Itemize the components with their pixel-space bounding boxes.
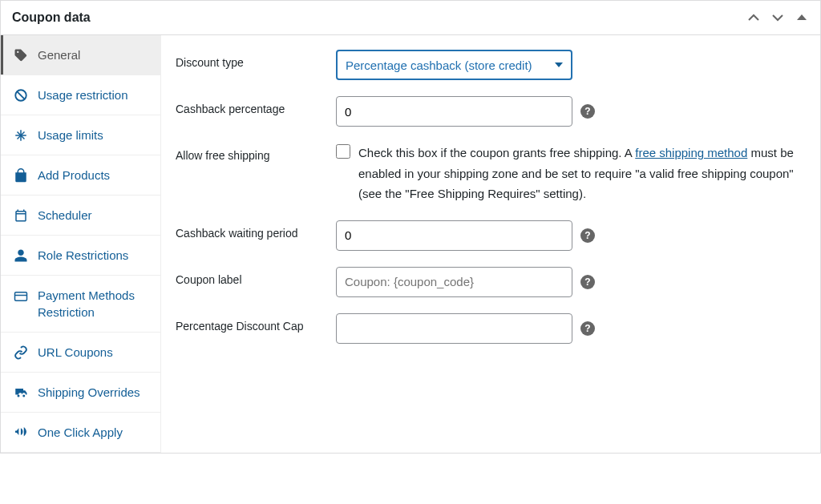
card-icon bbox=[14, 289, 28, 304]
sidebar-item-label: Usage restriction bbox=[38, 87, 128, 103]
sidebar-item-usage-limits[interactable]: Usage limits bbox=[1, 115, 160, 155]
sidebar-item-label: Scheduler bbox=[38, 207, 92, 224]
sidebar-item-payment-methods[interactable]: Payment Methods Restriction bbox=[1, 276, 160, 333]
tag-icon bbox=[14, 48, 28, 62]
sidebar-item-url-coupons[interactable]: URL Coupons bbox=[1, 333, 160, 373]
panel-header: Coupon data bbox=[1, 1, 820, 35]
help-icon[interactable]: ? bbox=[580, 321, 595, 336]
megaphone-icon bbox=[14, 425, 28, 440]
bag-icon bbox=[14, 168, 28, 183]
calendar-icon bbox=[14, 208, 28, 223]
allow-free-shipping-desc: Check this box if the coupon grants free… bbox=[358, 143, 806, 204]
panel-controls bbox=[746, 10, 809, 25]
sidebar-item-label: General bbox=[38, 46, 80, 63]
truck-icon bbox=[14, 386, 28, 401]
ban-icon bbox=[14, 88, 28, 103]
sidebar-item-label: Usage limits bbox=[38, 127, 103, 143]
allow-free-shipping-checkbox[interactable] bbox=[336, 144, 350, 159]
svg-line-1 bbox=[17, 91, 25, 99]
move-up-icon[interactable] bbox=[746, 10, 761, 25]
discount-type-label: Discount type bbox=[176, 50, 328, 69]
sidebar-item-shipping-overrides[interactable]: Shipping Overrides bbox=[1, 373, 160, 413]
sidebar-item-usage-restriction[interactable]: Usage restriction bbox=[1, 75, 160, 115]
allow-free-shipping-label: Allow free shipping bbox=[176, 143, 328, 162]
row-coupon-label: Coupon label ? bbox=[176, 267, 806, 297]
sidebar-item-scheduler[interactable]: Scheduler bbox=[1, 196, 160, 236]
coupon-label-input[interactable] bbox=[336, 267, 572, 297]
discount-cap-input[interactable] bbox=[336, 313, 572, 344]
sidebar-item-role-restrictions[interactable]: Role Restrictions bbox=[1, 236, 160, 276]
cashback-waiting-label: Cashback waiting period bbox=[176, 220, 328, 240]
help-icon[interactable]: ? bbox=[580, 275, 595, 289]
link-icon bbox=[14, 345, 28, 360]
user-icon bbox=[14, 248, 28, 263]
help-icon[interactable]: ? bbox=[580, 228, 595, 243]
form-area: Discount type Percentage cashback (store… bbox=[161, 35, 820, 453]
limits-icon bbox=[14, 128, 28, 143]
help-icon[interactable]: ? bbox=[580, 104, 595, 119]
cashback-waiting-input[interactable] bbox=[336, 220, 572, 251]
free-shipping-method-link[interactable]: free shipping method bbox=[635, 146, 747, 159]
row-cashback-percentage: Cashback percentage ? bbox=[176, 96, 806, 127]
coupon-label-label: Coupon label bbox=[176, 267, 328, 286]
sidebar-item-add-products[interactable]: Add Products bbox=[1, 155, 160, 196]
svg-rect-6 bbox=[15, 292, 27, 301]
discount-cap-label: Percentage Discount Cap bbox=[176, 313, 328, 333]
sidebar: General Usage restriction Usage limits A… bbox=[1, 35, 161, 453]
sidebar-item-label: Shipping Overrides bbox=[38, 384, 140, 401]
row-discount-cap: Percentage Discount Cap ? bbox=[176, 313, 806, 344]
row-cashback-waiting: Cashback waiting period ? bbox=[176, 220, 806, 251]
sidebar-item-one-click-apply[interactable]: One Click Apply bbox=[1, 413, 160, 453]
move-down-icon[interactable] bbox=[770, 10, 785, 25]
row-discount-type: Discount type Percentage cashback (store… bbox=[176, 50, 806, 80]
sidebar-item-label: Role Restrictions bbox=[38, 247, 128, 264]
row-allow-free-shipping: Allow free shipping Check this box if th… bbox=[176, 143, 806, 204]
sidebar-item-label: One Click Apply bbox=[38, 424, 123, 441]
cashback-percentage-label: Cashback percentage bbox=[176, 96, 328, 115]
collapse-icon[interactable] bbox=[795, 10, 809, 25]
panel-body: General Usage restriction Usage limits A… bbox=[1, 35, 820, 453]
sidebar-item-label: Payment Methods Restriction bbox=[38, 287, 148, 321]
sidebar-item-general[interactable]: General bbox=[1, 35, 160, 75]
cashback-percentage-input[interactable] bbox=[336, 96, 572, 127]
discount-type-select[interactable]: Percentage cashback (store credit) bbox=[336, 50, 572, 80]
panel-title: Coupon data bbox=[12, 10, 91, 25]
coupon-data-panel: Coupon data General bbox=[0, 0, 821, 454]
sidebar-item-label: Add Products bbox=[38, 167, 110, 183]
sidebar-item-label: URL Coupons bbox=[38, 344, 113, 361]
